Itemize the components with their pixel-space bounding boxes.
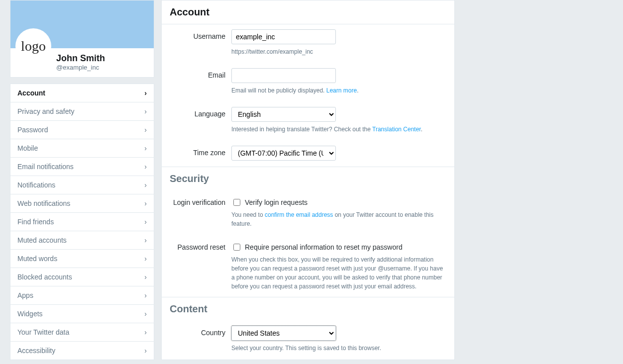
- language-select[interactable]: English: [231, 107, 336, 122]
- email-learn-more-link[interactable]: Learn more: [326, 87, 357, 94]
- avatar[interactable]: logo: [15, 28, 51, 64]
- nav-item-label: Notifications: [17, 181, 55, 189]
- nav-item-notifications[interactable]: Notifications›: [10, 176, 154, 194]
- nav-item-accessibility[interactable]: Accessibility›: [10, 342, 154, 360]
- email-input[interactable]: [231, 68, 336, 83]
- account-heading: Account: [162, 0, 454, 24]
- profile-card: logo John Smith @example_inc: [10, 0, 154, 78]
- password-reset-label: Password reset: [170, 240, 231, 291]
- nav-item-find-friends[interactable]: Find friends›: [10, 213, 154, 231]
- login-help-pre: You need to: [231, 211, 265, 218]
- email-help-period: .: [357, 87, 358, 94]
- verify-login-cb-label: Verify login requests: [245, 198, 308, 206]
- timezone-select[interactable]: (GMT-07:00) Pacific Time (US & Canada): [231, 146, 336, 161]
- security-heading: Security: [162, 167, 454, 190]
- nav-item-label: Web notifications: [17, 199, 70, 207]
- chevron-right-icon: ›: [144, 89, 147, 97]
- email-help-text: Email will not be publicly displayed.: [231, 87, 326, 94]
- chevron-right-icon: ›: [144, 291, 147, 299]
- verify-login-checkbox[interactable]: [233, 199, 240, 206]
- avatar-logo-text: logo: [21, 38, 46, 54]
- language-help-period: .: [421, 126, 422, 133]
- chevron-right-icon: ›: [144, 107, 147, 115]
- nav-item-widgets[interactable]: Widgets›: [10, 305, 154, 323]
- timezone-label: Time zone: [170, 146, 231, 161]
- profile-handle[interactable]: @example_inc: [56, 64, 148, 71]
- chevron-right-icon: ›: [144, 126, 147, 134]
- chevron-right-icon: ›: [144, 218, 147, 226]
- nav-item-label: Widgets: [17, 310, 43, 318]
- chevron-right-icon: ›: [144, 236, 147, 244]
- nav-item-label: Muted words: [17, 255, 57, 263]
- nav-item-password[interactable]: Password›: [10, 121, 154, 139]
- email-help: Email will not be publicly displayed. Le…: [231, 86, 446, 95]
- chevron-right-icon: ›: [144, 255, 147, 263]
- chevron-right-icon: ›: [144, 347, 147, 355]
- language-label: Language: [170, 107, 231, 134]
- chevron-right-icon: ›: [144, 144, 147, 152]
- username-label: Username: [170, 29, 231, 56]
- language-help: Interested in helping translate Twitter?…: [231, 125, 446, 134]
- nav-item-web-notifications[interactable]: Web notifications›: [10, 194, 154, 213]
- nav-item-muted-accounts[interactable]: Muted accounts›: [10, 231, 154, 250]
- country-help: Select your country. This setting is sav…: [231, 344, 446, 353]
- nav-item-label: Account: [17, 89, 45, 97]
- nav-item-label: Your Twitter data: [17, 328, 69, 336]
- username-input[interactable]: [231, 29, 336, 44]
- chevron-right-icon: ›: [144, 310, 147, 318]
- profile-name[interactable]: John Smith: [56, 53, 148, 64]
- main-panel: Account Username https://twitter.com/exa…: [161, 0, 455, 360]
- email-label: Email: [170, 68, 231, 95]
- nav-item-label: Password: [17, 126, 48, 134]
- nav-item-blocked-accounts[interactable]: Blocked accounts›: [10, 268, 154, 286]
- nav-item-label: Blocked accounts: [17, 273, 72, 281]
- chevron-right-icon: ›: [144, 181, 147, 189]
- country-label: Country: [170, 326, 231, 353]
- chevron-right-icon: ›: [144, 163, 147, 171]
- password-reset-checkbox[interactable]: [233, 244, 240, 251]
- nav-item-mobile[interactable]: Mobile›: [10, 139, 154, 158]
- login-verification-help: You need to confirm the email address on…: [231, 210, 446, 228]
- login-verification-label: Login verification: [170, 195, 231, 228]
- nav-item-email-notifications[interactable]: Email notifications›: [10, 158, 154, 176]
- nav-item-apps[interactable]: Apps›: [10, 286, 154, 305]
- language-help-text: Interested in helping translate Twitter?…: [231, 126, 372, 133]
- nav-item-label: Accessibility: [17, 347, 55, 355]
- profile-banner: logo: [10, 0, 154, 48]
- translation-center-link[interactable]: Translation Center: [372, 126, 421, 133]
- chevron-right-icon: ›: [144, 273, 147, 281]
- nav-item-label: Find friends: [17, 218, 54, 226]
- chevron-right-icon: ›: [144, 199, 147, 207]
- nav-item-privacy-and-safety[interactable]: Privacy and safety›: [10, 102, 154, 121]
- username-url: https://twitter.com/example_inc: [231, 47, 446, 56]
- settings-nav: Account›Privacy and safety›Password›Mobi…: [10, 84, 154, 360]
- country-select[interactable]: United States: [231, 326, 336, 341]
- nav-item-your-twitter-data[interactable]: Your Twitter data›: [10, 323, 154, 342]
- nav-item-label: Mobile: [17, 144, 38, 152]
- password-reset-help: When you check this box, you will be req…: [231, 255, 446, 291]
- chevron-right-icon: ›: [144, 328, 147, 336]
- content-heading: Content: [162, 297, 454, 321]
- confirm-email-link[interactable]: confirm the email address: [265, 211, 333, 218]
- nav-item-account[interactable]: Account›: [10, 84, 154, 102]
- nav-item-label: Privacy and safety: [17, 107, 74, 115]
- password-reset-cb-label: Require personal information to reset my…: [245, 243, 403, 251]
- nav-item-label: Apps: [17, 291, 33, 299]
- nav-item-label: Muted accounts: [17, 236, 67, 244]
- nav-item-label: Email notifications: [17, 163, 74, 171]
- nav-item-muted-words[interactable]: Muted words›: [10, 250, 154, 268]
